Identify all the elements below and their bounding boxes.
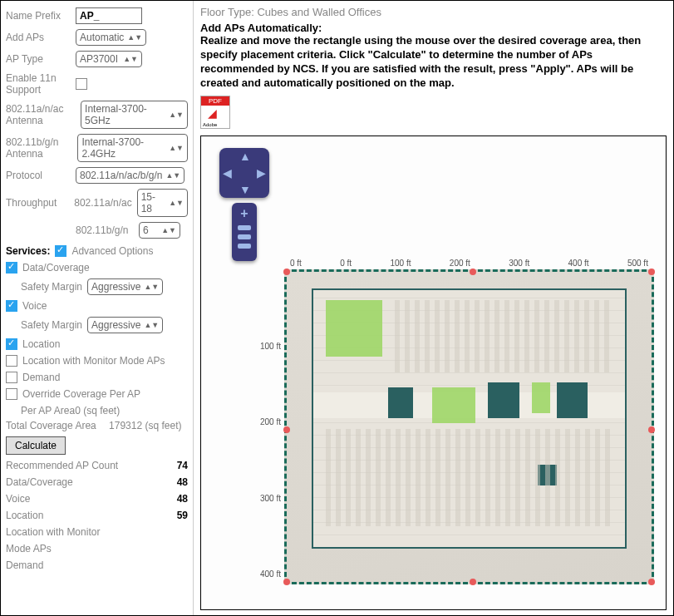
add-aps-select[interactable]: Automatic▲▼ <box>76 29 146 46</box>
enable-11n-checkbox[interactable] <box>76 78 87 90</box>
antenna-24ghz-label: 802.11b/g/n Antenna <box>6 136 72 160</box>
axis-left: 100 ft 200 ft 300 ft 400 ft <box>260 272 281 582</box>
map-zoom-control[interactable]: + <box>232 203 257 261</box>
resize-handle[interactable] <box>283 269 290 275</box>
location-monitor-label: Location with Monitor Mode APs <box>22 355 165 367</box>
pan-left-icon[interactable]: ◀ <box>223 166 232 180</box>
name-prefix-label: Name Prefix <box>6 10 71 22</box>
result-demand-label: Demand <box>6 559 43 571</box>
pan-up-icon[interactable]: ▲ <box>239 150 251 163</box>
voice-safety-label: Safety Margin <box>21 319 82 331</box>
adobe-brand-label: Adobe <box>203 122 217 127</box>
zoom-tick-icon <box>238 244 251 249</box>
zoom-tick-icon <box>238 234 251 239</box>
recommended-ap-label: Recommended AP Count <box>6 460 118 471</box>
demand-checkbox[interactable] <box>6 372 17 383</box>
protocol-select[interactable]: 802.11a/n/ac/b/g/n▲▼ <box>76 167 184 184</box>
override-coverage-label: Override Coverage Per AP <box>22 388 140 400</box>
location-label: Location <box>22 338 60 350</box>
total-coverage-value: 179312 (sq feet) <box>109 420 181 431</box>
data-safety-label: Safety Margin <box>21 281 82 293</box>
data-coverage-label: Data/Coverage <box>22 262 90 274</box>
enable-11n-label: Enable 11n Support <box>6 72 71 96</box>
zoom-tick-icon <box>238 225 251 230</box>
recommended-ap-value: 74 <box>155 460 188 471</box>
ap-type-label: AP Type <box>6 53 71 65</box>
pan-right-icon[interactable]: ▶ <box>257 166 266 180</box>
result-location-label: Location <box>6 510 43 521</box>
result-locmonitor-label: Location with Monitor <box>6 526 100 538</box>
add-aps-title: Add APs Automatically: <box>200 22 667 34</box>
pan-down-icon[interactable]: ▼ <box>239 183 251 196</box>
pdf-label: PDF <box>201 96 229 106</box>
instructions-text: Realize and move the rectangle using the… <box>200 34 667 91</box>
location-monitor-checkbox[interactable] <box>6 355 17 367</box>
select-arrows-icon: ▲▼ <box>144 321 159 329</box>
result-location-value: 59 <box>155 510 188 521</box>
throughput-b-label: 802.11b/g/n <box>76 224 134 236</box>
select-arrows-icon: ▲▼ <box>127 33 142 42</box>
protocol-label: Protocol <box>6 170 71 181</box>
settings-sidebar: Name Prefix Add APs Automatic▲▼ AP Type … <box>1 1 194 615</box>
result-data-value: 48 <box>155 476 188 488</box>
antenna-5ghz-label: 802.11a/n/ac Antenna <box>6 103 76 126</box>
services-label: Services: <box>6 245 50 257</box>
pdf-icon[interactable]: PDF ◢ Adobe <box>200 96 230 129</box>
throughput-b-select[interactable]: 6▲▼ <box>139 222 180 239</box>
throughput-label: Throughput <box>6 197 69 209</box>
select-arrows-icon: ▲▼ <box>144 283 159 291</box>
result-voice-value: 48 <box>155 493 188 505</box>
floor-type-label: Floor Type: Cubes and Walled Offices <box>200 6 667 18</box>
voice-checkbox[interactable] <box>6 300 17 312</box>
map-pan-dpad[interactable]: ▲ ▼ ◀ ▶ <box>219 148 269 198</box>
floor-map[interactable]: ▲ ▼ ◀ ▶ + 0 ft 0 ft 100 ft 200 ft <box>200 136 667 610</box>
select-arrows-icon: ▲▼ <box>169 144 184 152</box>
advanced-options-label: Advanced Options <box>71 245 153 257</box>
data-coverage-checkbox[interactable] <box>6 262 17 274</box>
resize-handle[interactable] <box>470 269 476 275</box>
name-prefix-input[interactable] <box>76 7 142 24</box>
result-data-label: Data/Coverage <box>6 476 73 488</box>
resize-handle[interactable] <box>283 579 290 585</box>
map-nav-control: ▲ ▼ ◀ ▶ + <box>219 148 269 261</box>
demand-label: Demand <box>22 372 60 383</box>
coverage-rectangle[interactable]: 0 ft 0 ft 100 ft 200 ft 300 ft 400 ft 50… <box>284 269 654 584</box>
result-modeaps-label: Mode APs <box>6 543 52 554</box>
total-coverage-label: Total Coverage Area <box>6 420 96 431</box>
select-arrows-icon: ▲▼ <box>165 171 180 180</box>
select-arrows-icon: ▲▼ <box>169 111 184 119</box>
data-safety-select[interactable]: Aggressive▲▼ <box>87 278 163 295</box>
zoom-in-icon[interactable]: + <box>232 206 257 221</box>
select-arrows-icon: ▲▼ <box>161 226 176 234</box>
resize-handle[interactable] <box>648 269 655 275</box>
select-arrows-icon: ▲▼ <box>123 55 138 63</box>
override-coverage-checkbox[interactable] <box>6 388 17 400</box>
antenna-24ghz-select[interactable]: Internal-3700-2.4GHz▲▼ <box>77 134 188 162</box>
add-aps-label: Add APs <box>6 32 71 43</box>
resize-handle[interactable] <box>283 426 290 433</box>
select-arrows-icon: ▲▼ <box>169 199 184 207</box>
ap-type-select[interactable]: AP3700I▲▼ <box>76 51 142 67</box>
advanced-options-checkbox[interactable] <box>55 245 66 257</box>
calculate-button[interactable]: Calculate <box>6 436 66 455</box>
adobe-logo-icon: ◢ <box>208 106 217 120</box>
resize-handle[interactable] <box>648 426 655 433</box>
result-voice-label: Voice <box>6 493 30 505</box>
antenna-5ghz-select[interactable]: Internal-3700-5GHz▲▼ <box>81 101 188 129</box>
axis-top: 0 ft 0 ft 100 ft 200 ft 300 ft 400 ft 50… <box>287 259 652 268</box>
main-panel: Floor Type: Cubes and Walled Offices Add… <box>194 1 673 615</box>
throughput-a-label: 802.11a/n/ac <box>74 197 131 209</box>
results-panel: Recommended AP Count74 Data/Coverage48 V… <box>6 460 188 571</box>
voice-label: Voice <box>22 300 47 312</box>
per-ap-area-label: Per AP Area0 (sq feet) <box>21 405 188 416</box>
resize-handle[interactable] <box>470 579 476 585</box>
location-checkbox[interactable] <box>6 338 17 350</box>
resize-handle[interactable] <box>648 579 655 585</box>
voice-safety-select[interactable]: Aggressive▲▼ <box>87 317 163 333</box>
throughput-a-select[interactable]: 15-18▲▼ <box>137 189 188 217</box>
floor-plan <box>312 288 627 549</box>
